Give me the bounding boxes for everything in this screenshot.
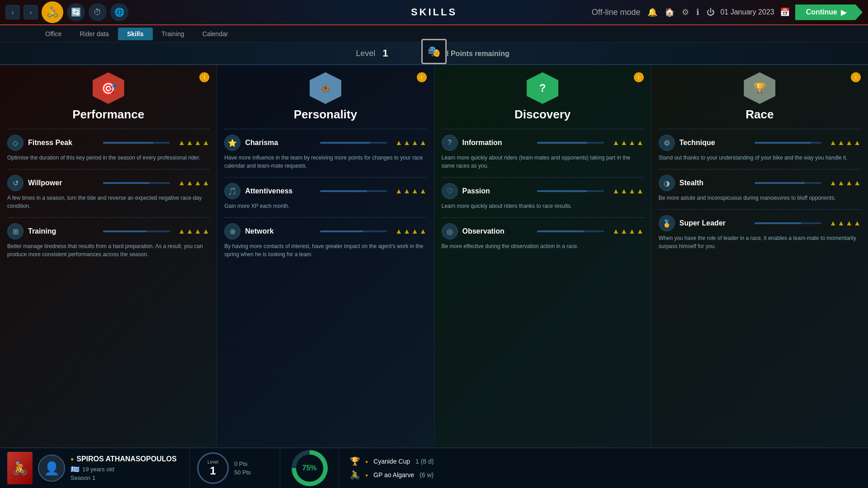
willpower-desc: A few times in a season, turn the tide a… — [7, 194, 209, 210]
level-circle-label: Level — [208, 460, 218, 465]
performance-header: 🎯 Performance i — [7, 72, 209, 122]
settings-icon[interactable]: ⚙ — [682, 7, 689, 17]
skill-willpower: ↺ Willpower ▲▲▲▲ A few times in a season… — [7, 175, 209, 210]
race-item-0: 🏆 ● Cyanide Cup 1 (8 d) — [350, 456, 857, 466]
training-name: Training — [28, 227, 95, 235]
skill-fitness-peak-header: ◇ Fitness Peak ▲▲▲▲ — [7, 135, 209, 151]
personality-info-button[interactable]: i — [417, 72, 427, 82]
skill-technique: ⚙ Technique ▲▲▲▲ Stand out thanks to you… — [659, 135, 861, 162]
continue-button[interactable]: Continue ▶ — [795, 5, 863, 20]
tab-skills[interactable]: Skills — [118, 28, 153, 40]
network-icon: ⊛ — [224, 223, 241, 239]
passion-name: Passion — [462, 187, 529, 195]
willpower-icon: ↺ — [7, 175, 24, 191]
training-icon: ⊞ — [7, 223, 24, 239]
nav-forward-button[interactable]: › — [24, 5, 38, 19]
level-circle-number: 1 — [210, 465, 216, 477]
attentiveness-icon: 🎵 — [224, 183, 241, 199]
technique-name: Technique — [679, 139, 746, 147]
nav-back-button[interactable]: ‹ — [5, 5, 20, 19]
level-label: Level — [356, 49, 375, 58]
skill-charisma-header: ⭐ Charisma ▲▲▲▲ — [224, 135, 426, 151]
main-content: 🎯 Performance i ◇ Fitness Peak ▲▲▲▲ Opti… — [0, 65, 868, 447]
super-leader-desc: When you have the role of leader in a ra… — [659, 234, 861, 250]
observation-name: Observation — [462, 227, 529, 235]
info-icon[interactable]: ℹ — [696, 7, 699, 17]
level-circle: Level 1 — [197, 452, 229, 484]
globe-icon[interactable]: 🌐 — [110, 3, 128, 21]
skill-passion-header: ♡ Passion ▲▲▲▲ — [442, 183, 644, 199]
discovery-header: ? Discovery i — [442, 72, 644, 122]
tab-office[interactable]: Office — [36, 28, 71, 40]
skill-attentiveness: 🎵 Attentiveness ▲▲▲▲ Gain more XP each m… — [224, 183, 426, 210]
race-time-1: (6 w) — [420, 471, 434, 479]
skill-technique-header: ⚙ Technique ▲▲▲▲ — [659, 135, 861, 151]
skill-information: ? Information ▲▲▲▲ Learn more quickly ab… — [442, 135, 644, 170]
skill-network-header: ⊛ Network ▲▲▲▲ — [224, 223, 426, 239]
technique-triangles: ▲▲▲▲ — [830, 139, 861, 146]
bottom-bar: 🚴 👤 ● SPIROS ATHANASOPOULOS 🇬🇷 19 years … — [0, 447, 868, 488]
player-info: ● SPIROS ATHANASOPOULOS 🇬🇷 19 years old … — [71, 455, 182, 481]
skill-training-header: ⊞ Training ▲▲▲▲ — [7, 223, 209, 239]
clock-icon[interactable]: ⏱ — [89, 3, 107, 21]
passion-icon: ♡ — [442, 183, 458, 199]
tab-calendar[interactable]: Calendar — [193, 28, 237, 40]
information-triangles: ▲▲▲▲ — [612, 139, 643, 146]
performance-info-button[interactable]: i — [199, 72, 209, 82]
race-name-1: GP ao Algarve — [373, 471, 414, 479]
skill-network: ⊛ Network ▲▲▲▲ By having more contacts o… — [224, 223, 426, 258]
information-desc: Learn more quickly about riders (team-ma… — [442, 154, 644, 170]
cycling-icon: 🚴 — [350, 470, 360, 480]
observation-icon: ◎ — [442, 223, 458, 239]
power-icon[interactable]: ⏻ — [707, 8, 715, 17]
super-leader-name: Super Leader — [679, 219, 746, 227]
bell-icon[interactable]: 🔔 — [647, 7, 657, 17]
race-info-button[interactable]: i — [851, 72, 861, 82]
top-bar-left: ‹ › 🚴 🔄 ⏱ 🌐 — [5, 1, 128, 23]
rider-icon[interactable]: 🚴 — [42, 1, 63, 23]
passion-triangles: ▲▲▲▲ — [612, 188, 643, 195]
column-performance: 🎯 Performance i ◇ Fitness Peak ▲▲▲▲ Opti… — [0, 65, 217, 447]
skill-super-leader-header: 🏅 Super Leader ▲▲▲▲ — [659, 215, 861, 231]
races-section: 🏆 ● Cyanide Cup 1 (8 d) 🚴 ● GP ao Algarv… — [339, 448, 868, 488]
bike-icon[interactable]: 🔄 — [67, 3, 85, 21]
performance-hex-icon: 🎯 — [93, 72, 124, 104]
skill-willpower-header: ↺ Willpower ▲▲▲▲ — [7, 175, 209, 191]
stealth-desc: Be more astute and inconspicuous during … — [659, 194, 861, 202]
personality-header: 🦋 Personality i — [224, 72, 426, 122]
network-name: Network — [245, 227, 312, 235]
fitness-peak-desc: Optimise the duration of this key period… — [7, 154, 209, 162]
race-title: Race — [745, 108, 774, 122]
offline-mode-label: Off-line mode — [592, 8, 641, 17]
level-bar: Level 1 🎭 0 Skill Points remaining — [0, 42, 868, 65]
super-leader-triangles: ▲▲▲▲ — [830, 220, 861, 227]
level-pts-0: 0 Pts — [234, 460, 251, 467]
fitness-peak-triangles: ▲▲▲▲ — [178, 139, 209, 146]
column-discovery: ? Discovery i ? Information ▲▲▲▲ Learn m… — [434, 65, 651, 447]
performance-title: Performance — [72, 108, 144, 122]
skill-information-header: ? Information ▲▲▲▲ — [442, 135, 644, 151]
observation-desc: Be more effective during the observation… — [442, 242, 644, 250]
player-kit: 🚴 — [7, 452, 33, 484]
skill-charisma: ⭐ Charisma ▲▲▲▲ Have more influence in t… — [224, 135, 426, 170]
information-name: Information — [462, 139, 529, 147]
willpower-triangles: ▲▲▲▲ — [178, 179, 209, 187]
top-icons: Off-line mode 🔔 🏠 ⚙ ℹ ⏻ — [592, 7, 715, 17]
discovery-info-button[interactable]: i — [634, 72, 644, 82]
charisma-icon: ⭐ — [224, 135, 241, 151]
race-dot-0: ● — [365, 459, 368, 464]
information-icon: ? — [442, 135, 458, 151]
home-icon[interactable]: 🏠 — [665, 7, 675, 17]
tab-training[interactable]: Training — [153, 28, 193, 40]
race-hex-icon: 🏆 — [744, 72, 775, 104]
skill-training: ⊞ Training ▲▲▲▲ Better manage tiredness … — [7, 223, 209, 258]
tab-rider-data[interactable]: Rider data — [71, 28, 118, 40]
level-number: 1 — [382, 47, 388, 59]
charisma-name: Charisma — [245, 139, 312, 147]
training-desc: Better manage tiredness that results fro… — [7, 242, 209, 258]
player-season: Season 1 — [71, 474, 182, 481]
calendar-icon[interactable]: 📅 — [780, 7, 790, 17]
race-header: 🏆 Race i — [659, 72, 861, 122]
technique-desc: Stand out thanks to your understanding o… — [659, 154, 861, 162]
training-triangles: ▲▲▲▲ — [178, 228, 209, 235]
